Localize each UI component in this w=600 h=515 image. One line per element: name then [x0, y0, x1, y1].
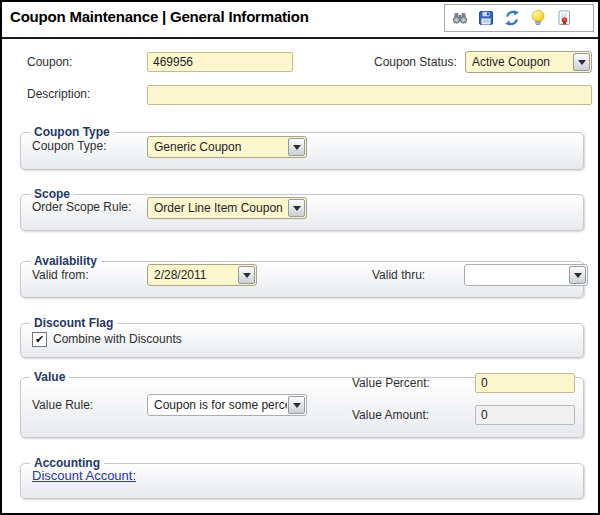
dropdown-button[interactable]: [238, 266, 255, 284]
valid-thru-date-dropdown[interactable]: [464, 264, 588, 286]
exit-document-icon: [555, 9, 573, 27]
chevron-down-icon: [293, 206, 301, 211]
availability-legend: Availability: [30, 254, 101, 268]
value-amount-label: Value Amount:: [352, 408, 429, 422]
combine-with-discounts-label: Combine with Discounts: [53, 332, 182, 346]
dropdown-button[interactable]: [288, 138, 305, 156]
lightbulb-icon: [529, 9, 547, 27]
value-percent-input[interactable]: [475, 373, 575, 393]
discount-account-link[interactable]: Discount Account:: [32, 468, 136, 483]
header-divider: [2, 37, 598, 39]
dropdown-button[interactable]: [573, 53, 590, 71]
valid-from-date-dropdown[interactable]: 2/28/2011: [147, 264, 257, 286]
value-rule-label: Value Rule:: [32, 398, 93, 412]
order-scope-rule-selected-value: Order Line Item Coupon: [148, 198, 287, 218]
coupon-type-dropdown[interactable]: Generic Coupon: [147, 136, 307, 158]
chevron-down-icon: [293, 145, 301, 150]
chevron-down-icon: [574, 273, 582, 278]
coupon-type-legend: Coupon Type: [30, 125, 114, 139]
coupon-status-label: Coupon Status:: [374, 55, 457, 69]
dropdown-button[interactable]: [288, 396, 305, 414]
coupon-label: Coupon:: [27, 55, 72, 69]
order-scope-rule-dropdown[interactable]: Order Line Item Coupon: [147, 197, 307, 219]
toolbar-button-document[interactable]: [554, 7, 574, 29]
discount-flag-legend: Discount Flag: [30, 316, 117, 330]
coupon-type-selected-value: Generic Coupon: [148, 137, 287, 157]
toolbar-button-find[interactable]: [450, 7, 470, 29]
page-title: Coupon Maintenance | General Information: [10, 8, 309, 25]
valid-thru-value: [465, 265, 568, 285]
value-rule-dropdown[interactable]: Coupon is for some percent: [147, 394, 307, 416]
refresh-icon: [503, 9, 521, 27]
toolbar: [444, 4, 594, 32]
toolbar-button-refresh[interactable]: [502, 7, 522, 29]
value-rule-selected-value: Coupon is for some percent: [148, 395, 287, 415]
toolbar-button-save[interactable]: [476, 7, 496, 29]
value-legend: Value: [30, 370, 69, 384]
combine-with-discounts-checkbox[interactable]: ✔: [32, 332, 47, 347]
coupon-input[interactable]: [147, 52, 293, 72]
save-icon: [477, 9, 495, 27]
toolbar-button-lightbulb[interactable]: [528, 7, 548, 29]
description-label: Description:: [27, 87, 90, 101]
checkmark-icon: ✔: [35, 334, 44, 345]
valid-from-value: 2/28/2011: [148, 265, 237, 285]
scope-legend: Scope: [30, 187, 74, 201]
chevron-down-icon: [293, 403, 301, 408]
valid-from-label: Valid from:: [32, 268, 88, 282]
dropdown-button[interactable]: [288, 199, 305, 217]
chevron-down-icon: [243, 273, 251, 278]
coupon-type-label: Coupon Type:: [32, 139, 107, 153]
coupon-status-selected-value: Active Coupon: [466, 52, 572, 72]
coupon-maintenance-window: Coupon Maintenance | General Information: [0, 0, 600, 515]
dropdown-button[interactable]: [569, 266, 586, 284]
binoculars-icon: [451, 9, 469, 27]
value-percent-label: Value Percent:: [352, 376, 430, 390]
coupon-status-dropdown[interactable]: Active Coupon: [465, 51, 592, 73]
chevron-down-icon: [578, 60, 586, 65]
valid-thru-label: Valid thru:: [372, 268, 425, 282]
description-input[interactable]: [147, 85, 592, 105]
order-scope-rule-label: Order Scope Rule:: [32, 200, 131, 214]
value-amount-input[interactable]: [475, 405, 575, 425]
